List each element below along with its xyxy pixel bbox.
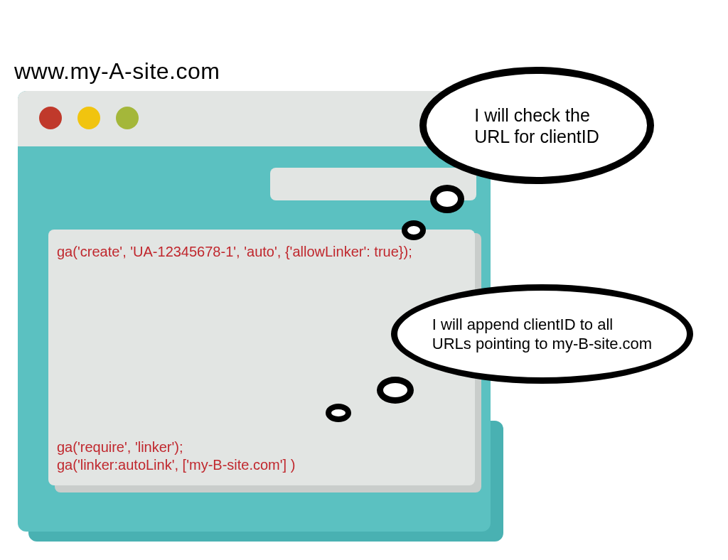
thought-bubble-append-clientid: I will append clientID to all URLs point… — [391, 284, 693, 384]
thought-bubble-2-trail-2 — [326, 404, 351, 422]
code-line-autolink: ga('linker:autoLink', ['my-B-site.com'] … — [57, 457, 295, 473]
thought-bubble-1-trail-2 — [402, 220, 426, 240]
traffic-lights — [39, 107, 139, 129]
thought-bubble-2-text: I will append clientID to all URLs point… — [432, 315, 652, 354]
thought-bubble-2-trail-1 — [377, 377, 414, 404]
bubble1-line2: URL for clientID — [474, 126, 599, 146]
bubble2-line1: I will append clientID to all — [432, 316, 613, 333]
thought-bubble-1-trail-1 — [430, 185, 464, 213]
thought-bubble-check-url: I will check the URL for clientID — [419, 67, 654, 184]
bubble1-line1: I will check the — [474, 105, 590, 125]
close-icon — [39, 107, 62, 129]
maximize-icon — [116, 107, 139, 129]
code-line-create: ga('create', 'UA-12345678-1', 'auto', {'… — [57, 244, 412, 260]
minimize-icon — [77, 107, 100, 129]
thought-bubble-1-text: I will check the URL for clientID — [474, 104, 599, 147]
code-line-require: ga('require', 'linker'); — [57, 439, 183, 456]
bubble2-line2: URLs pointing to my-B-site.com — [432, 335, 652, 352]
site-url-label: www.my-A-site.com — [14, 58, 220, 85]
